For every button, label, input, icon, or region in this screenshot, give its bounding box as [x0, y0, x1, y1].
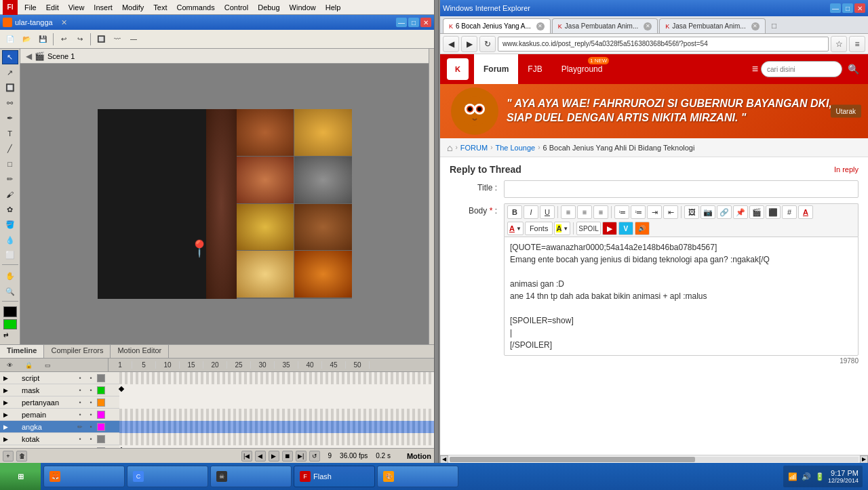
tool-hand[interactable]: ✋ — [2, 269, 18, 283]
taskbar-program-devil[interactable]: ☠ — [210, 466, 292, 487]
rte-italic[interactable]: I — [524, 205, 538, 219]
tool-eraser[interactable]: ⬜ — [2, 248, 18, 262]
tab3-close[interactable]: ✕ — [751, 22, 760, 30]
layer-pemain-color[interactable] — [97, 411, 105, 419]
tool-eyedrop[interactable]: 💧 — [2, 232, 18, 247]
menu-window[interactable]: Window — [285, 2, 320, 13]
layer-row-pertanyaan[interactable]: ▶ pertanyaan • • — [0, 396, 434, 409]
flash-minimize-btn[interactable]: — — [396, 18, 407, 27]
body-editor[interactable]: [QUOTE=awanazhar0000;54a14a2e148b46ba078… — [504, 237, 859, 356]
nav-playground[interactable]: Playground 1 NEW — [552, 54, 612, 84]
tool-freeform[interactable]: 🔲 — [2, 81, 18, 95]
tool-brush[interactable]: 🖌 — [2, 187, 18, 201]
rte-color-text[interactable]: A — [798, 205, 813, 219]
layer-mask-dot2[interactable]: • — [86, 386, 96, 395]
toolbar-straighten[interactable]: — — [126, 32, 141, 47]
back-btn[interactable]: ◀ — [443, 36, 459, 52]
tool-lasso[interactable]: ⚯ — [2, 96, 18, 110]
tl-box-icon[interactable]: ▭ — [41, 359, 54, 372]
taskbar-program-chrome[interactable]: C — [127, 466, 208, 487]
layer-pertanyaan-dot2[interactable]: • — [86, 398, 96, 407]
taskbar-program-flash[interactable]: F Flash — [294, 466, 375, 487]
rte-align-center[interactable]: ≡ — [577, 205, 592, 219]
nav-forum[interactable]: Forum — [474, 54, 518, 84]
rte-bold[interactable]: B — [507, 205, 522, 219]
toolbar-save[interactable]: 💾 — [35, 32, 50, 47]
layer-angka-color[interactable] — [97, 423, 105, 431]
kaskus-logo[interactable]: K — [447, 58, 469, 80]
flash-maximize-btn[interactable]: □ — [408, 18, 419, 27]
flash-title-close-x[interactable]: ✕ — [61, 18, 67, 27]
rte-vimeo-btn[interactable]: V — [618, 222, 633, 235]
layer-angka-expand[interactable]: ▶ — [0, 424, 11, 430]
menu-view[interactable]: View — [64, 2, 89, 13]
tab-compiler-errors[interactable]: Compiler Errors — [44, 345, 111, 358]
layer-row-angka[interactable]: ▶ angka ✏ • — [0, 421, 434, 433]
tl-play[interactable]: ▶ — [269, 451, 279, 462]
menu-btn[interactable]: ≡ — [849, 36, 865, 52]
rte-fonts-btn[interactable]: Fonts — [525, 222, 553, 235]
browser-minimize-btn[interactable]: — — [830, 3, 841, 13]
flash-close-btn[interactable]: ✕ — [420, 18, 431, 27]
layer-pertanyaan-expand[interactable]: ▶ — [0, 399, 11, 406]
layer-row-pemain[interactable]: ▶ pemain • • — [0, 409, 434, 421]
toolbar-open[interactable]: 📂 — [19, 32, 34, 47]
layer-pemain-expand[interactable]: ▶ — [0, 411, 11, 418]
toolbar-undo[interactable]: ↩ — [56, 32, 71, 47]
toolbar-snap[interactable]: 🔲 — [94, 32, 108, 47]
star-btn[interactable]: ☆ — [831, 36, 847, 52]
tl-eye-icon[interactable]: 👁 — [3, 359, 16, 372]
toolbar-new[interactable]: 📄 — [3, 32, 18, 47]
title-input[interactable] — [504, 180, 859, 198]
rte-underline[interactable]: U — [540, 205, 555, 219]
rte-photo[interactable]: 📷 — [701, 205, 715, 219]
menu-file[interactable]: File — [20, 2, 41, 13]
rte-indent[interactable]: ⇥ — [647, 205, 662, 219]
breadcrumb-lounge[interactable]: The Lounge — [495, 144, 535, 152]
tab-motion-editor[interactable]: Motion Editor — [111, 345, 169, 358]
layer-pemain-dot1[interactable]: • — [75, 410, 85, 420]
refresh-btn[interactable]: ↻ — [479, 36, 496, 52]
tl-prev-frame[interactable]: ◀ — [255, 451, 266, 462]
rte-youtube-btn[interactable]: ▶ — [602, 222, 617, 235]
rte-spoiler-btn[interactable]: SPOIL — [576, 222, 600, 235]
rte-media[interactable]: 🎬 — [749, 205, 764, 219]
scroll-left-btn[interactable]: ◀ — [440, 455, 448, 464]
layer-pertanyaan-color[interactable] — [97, 399, 105, 407]
forward-btn[interactable]: ▶ — [461, 36, 477, 52]
rte-align-left[interactable]: ≡ — [561, 205, 576, 219]
tl-next-frame[interactable]: ▶| — [296, 451, 307, 462]
rte-image[interactable]: 🖼 — [684, 205, 699, 219]
scene-canvas-area[interactable]: ♟ ♞ ♛ ♟ — [20, 64, 429, 344]
breadcrumb-home-icon[interactable]: ⌂ — [447, 142, 452, 153]
menu-control[interactable]: Control — [220, 2, 252, 13]
scene-back-btn[interactable]: ◀ — [26, 52, 32, 61]
tool-arrow[interactable]: ↖ — [2, 50, 18, 64]
tl-lock-icon[interactable]: 🔒 — [22, 359, 35, 372]
taskbar-program-paint[interactable]: 🎨 — [377, 466, 458, 487]
toolbar-smooth[interactable]: 〰 — [110, 32, 125, 47]
rte-block[interactable]: ⬛ — [766, 205, 781, 219]
kaskus-list-icon[interactable]: ≡ — [752, 63, 758, 75]
tool-rect[interactable]: □ — [2, 157, 18, 171]
kaskus-search-input[interactable] — [761, 61, 842, 77]
rte-list-ul[interactable]: ≔ — [614, 205, 629, 219]
new-tab-btn[interactable]: □ — [767, 18, 782, 33]
menu-help[interactable]: Help — [321, 2, 345, 13]
rte-bg-color-btn[interactable]: A ▼ — [554, 222, 570, 235]
scroll-right-btn[interactable]: ▶ — [860, 455, 868, 464]
tool-text[interactable]: T — [2, 126, 18, 140]
address-bar[interactable]: www.kaskus.co.id/post_reply/54a0328f5a51… — [498, 37, 829, 52]
menu-modify[interactable]: Modify — [118, 2, 148, 13]
tl-stop[interactable]: ⏹ — [282, 451, 293, 462]
tool-deco[interactable]: ✿ — [2, 203, 18, 217]
layer-kotak-dot2[interactable]: • — [86, 434, 96, 444]
layer-row-kotak[interactable]: ▶ kotak • • — [0, 433, 434, 445]
toolbar-redo[interactable]: ↪ — [73, 32, 87, 47]
window-divider[interactable] — [434, 0, 439, 463]
menu-edit[interactable]: Edit — [42, 2, 63, 13]
layer-angka-pencil[interactable]: ✏ — [75, 422, 85, 432]
layer-kotak-dot1[interactable]: • — [75, 434, 85, 444]
tab-timeline[interactable]: Timeline — [0, 345, 44, 358]
menu-text[interactable]: Text — [149, 2, 171, 13]
